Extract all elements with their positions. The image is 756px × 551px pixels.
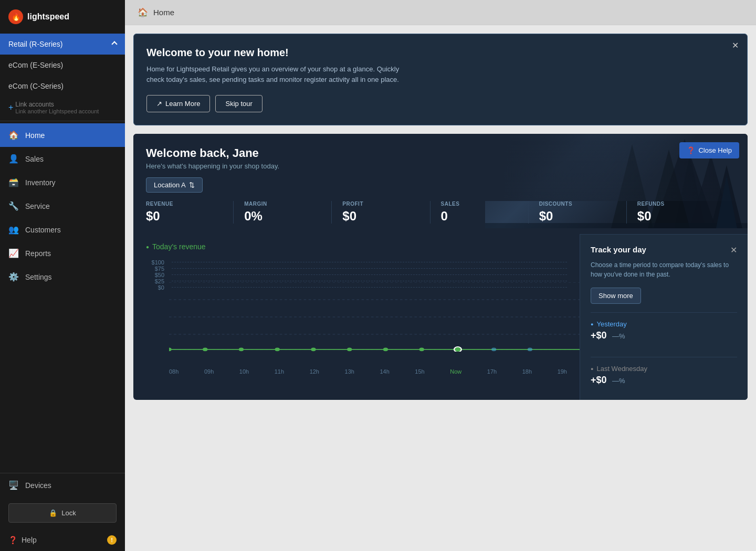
nav-divider <box>0 121 125 121</box>
sidebar-item-service[interactable]: 🔧 Service <box>0 194 125 218</box>
yesterday-value: +$0 —% <box>591 330 737 341</box>
banner-description: Home for Lightspeed Retail gives you an … <box>146 64 409 84</box>
chevron-up-down-icon: ⇅ <box>189 181 195 189</box>
link-accounts-button[interactable]: + Link accounts Link another Lightspeed … <box>0 97 125 119</box>
sidebar-item-home[interactable]: 🏠 Home <box>0 123 125 147</box>
metrics-row: REVENUE $0 MARGIN 0% PROFIT $0 SALES 0 D… <box>133 201 748 234</box>
track-day-title: Track your day <box>591 245 646 254</box>
help-row[interactable]: ❓ Help ! <box>0 529 125 551</box>
last-wednesday-value: +$0 —% <box>591 375 737 386</box>
logo-text: lightspeed <box>27 12 69 22</box>
chart-y-100: $100 <box>146 259 567 266</box>
close-help-button[interactable]: ❓ Close Help <box>679 142 739 158</box>
chart-title: Today's revenue <box>146 242 206 251</box>
metric-refunds-label: REFUNDS <box>637 201 714 207</box>
metric-profit: PROFIT $0 <box>342 201 430 224</box>
panel-header: Track your day ✕ <box>591 245 737 255</box>
welcome-banner: ✕ Welcome to your new home! Home for Lig… <box>133 34 748 125</box>
dashboard: ❓ Close Help Welcome back, Jane Here's w… <box>133 134 748 400</box>
banner-title: Welcome to your new home! <box>146 47 734 59</box>
sidebar-bottom: 🖥️ Devices 🔒 Lock ❓ Help ! <box>0 473 125 551</box>
metric-discounts-label: DISCOUNTS <box>539 201 616 207</box>
metric-revenue-label: REVENUE <box>146 201 223 207</box>
svg-point-14 <box>275 348 280 352</box>
ecom-cseries-item[interactable]: eCom (C-Series) <box>0 76 125 97</box>
lock-icon: 🔒 <box>49 509 57 517</box>
customers-icon: 👥 <box>8 225 19 235</box>
metric-profit-value: $0 <box>342 209 419 224</box>
last-wednesday-comparison: Last Wednesday +$0 —% <box>591 357 737 393</box>
yesterday-comparison: Yesterday +$0 —% <box>591 312 737 348</box>
svg-point-17 <box>383 348 388 352</box>
home-icon: 🏠 <box>8 130 19 140</box>
welcome-heading: Welcome back, Jane <box>146 146 735 160</box>
metric-sales-label: SALES <box>441 201 518 207</box>
metric-margin-value: 0% <box>244 209 321 224</box>
metric-margin-label: MARGIN <box>244 201 321 207</box>
sales-icon: 👤 <box>8 154 19 164</box>
banner-close-button[interactable]: ✕ <box>732 40 739 50</box>
last-wednesday-label: Last Wednesday <box>591 365 737 373</box>
metric-profit-label: PROFIT <box>342 201 419 207</box>
svg-point-13 <box>239 348 244 352</box>
external-link-icon: ↗ <box>156 100 162 108</box>
page-title: Home <box>153 8 174 17</box>
top-bar: 🏠 Home <box>125 0 756 25</box>
logo-area: 🔥 lightspeed <box>0 0 125 34</box>
sidebar-item-customers[interactable]: 👥 Customers <box>0 218 125 241</box>
chart-now-label: Now <box>450 368 461 375</box>
content-area: ✕ Welcome to your new home! Home for Lig… <box>125 25 756 551</box>
svg-point-21 <box>528 348 532 352</box>
chart-y-50: $50 <box>146 272 567 278</box>
metric-revenue: REVENUE $0 <box>146 201 234 224</box>
metric-refunds: REFUNDS $0 <box>637 201 724 224</box>
svg-point-19 <box>454 347 461 352</box>
lock-button[interactable]: 🔒 Lock <box>8 503 117 523</box>
ecom-eseries-item[interactable]: eCom (E-Series) <box>0 55 125 76</box>
main-content: 🏠 Home ✕ Welcome to your new home! Home … <box>125 0 756 551</box>
metric-discounts-value: $0 <box>539 209 616 224</box>
svg-point-16 <box>347 348 352 352</box>
skip-tour-button[interactable]: Skip tour <box>215 95 262 112</box>
chart-section: Today's revenue August 14, 2024 EST $100 <box>133 234 748 385</box>
topbar-home-icon: 🏠 <box>138 7 148 17</box>
learn-more-button[interactable]: ↗ Learn More <box>146 95 210 112</box>
metric-margin: MARGIN 0% <box>244 201 332 224</box>
metric-discounts: DISCOUNTS $0 <box>539 201 627 224</box>
chart-xaxis: 08h 09h 10h 11h 12h 13h 14h 15h Now 17h <box>146 364 567 375</box>
sidebar-item-settings[interactable]: ⚙️ Settings <box>0 265 125 289</box>
retail-account-item[interactable]: Retail (R-Series) <box>0 34 125 55</box>
chevron-up-icon <box>111 41 117 47</box>
track-day-description: Choose a time period to compare today's … <box>591 260 737 279</box>
sidebar-item-sales[interactable]: 👤 Sales <box>0 147 125 171</box>
service-icon: 🔧 <box>8 201 19 211</box>
inventory-icon: 🗃️ <box>8 177 19 187</box>
settings-icon: ⚙️ <box>8 272 19 282</box>
track-day-panel: Track your day ✕ Choose a time period to… <box>580 234 748 400</box>
sidebar-item-reports[interactable]: 📈 Reports <box>0 241 125 265</box>
banner-buttons: ↗ Learn More Skip tour <box>146 95 734 112</box>
svg-point-15 <box>311 348 316 352</box>
logo-icon: 🔥 <box>8 9 23 24</box>
metric-sales: SALES 0 <box>441 201 529 224</box>
dashboard-subtitle: Here's what's happening in your shop tod… <box>146 162 735 170</box>
metric-sales-value: 0 <box>441 209 518 224</box>
yesterday-label: Yesterday <box>591 320 737 328</box>
reports-icon: 📈 <box>8 248 19 258</box>
sidebar: 🔥 lightspeed Retail (R-Series) eCom (E-S… <box>0 0 125 551</box>
svg-point-12 <box>203 348 207 352</box>
metric-refunds-value: $0 <box>637 209 714 224</box>
help-icon: ❓ <box>8 536 17 544</box>
metric-revenue-value: $0 <box>146 209 223 224</box>
location-selector[interactable]: Location A ⇅ <box>146 177 203 193</box>
devices-icon: 🖥️ <box>8 480 19 490</box>
track-day-close-button[interactable]: ✕ <box>730 245 737 255</box>
sidebar-item-inventory[interactable]: 🗃️ Inventory <box>0 171 125 194</box>
sidebar-item-devices[interactable]: 🖥️ Devices <box>0 473 125 497</box>
show-more-button[interactable]: Show more <box>591 288 641 304</box>
svg-point-18 <box>419 348 424 352</box>
chart-y-75: $75 <box>146 266 567 272</box>
help-badge: ! <box>107 535 117 545</box>
svg-point-20 <box>491 348 496 352</box>
chart-container: $100 $75 $50 $25 <box>146 259 567 375</box>
